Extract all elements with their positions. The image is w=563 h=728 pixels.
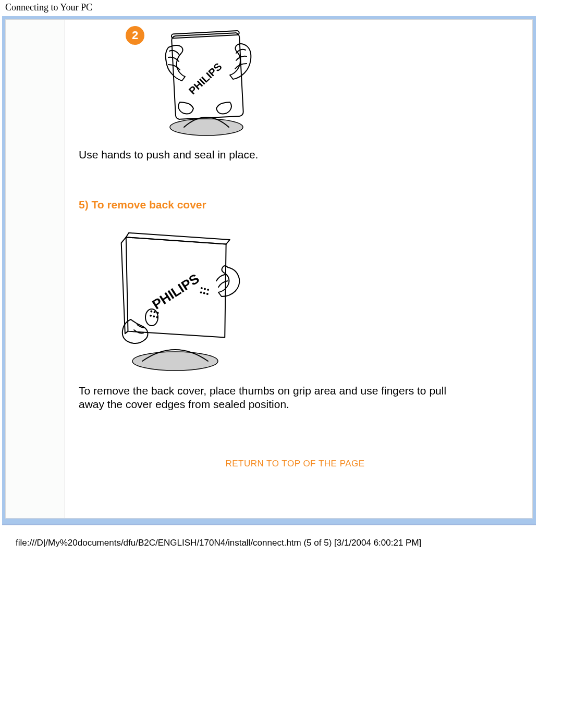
- illustration-remove-cover: PHILIPS: [100, 217, 256, 374]
- step-2-row: 2 PHILIPS: [79, 24, 511, 139]
- svg-point-6: [207, 288, 209, 290]
- section-5-heading: 5) To remove back cover: [79, 198, 511, 212]
- svg-point-11: [153, 311, 155, 313]
- brand-text-section5: PHILIPS: [149, 270, 202, 312]
- svg-point-5: [204, 288, 206, 290]
- svg-point-14: [153, 315, 155, 317]
- svg-point-13: [150, 314, 152, 316]
- svg-point-3: [132, 352, 218, 371]
- svg-point-8: [203, 292, 205, 294]
- return-to-top-link[interactable]: RETURN TO TOP OF THE PAGE: [79, 458, 511, 469]
- page-content: 2 PHILIPS: [74, 20, 532, 505]
- section-5-description: To remove the back cover, place thumbs o…: [79, 384, 464, 412]
- footer-file-path: file:///D|/My%20documents/dfu/B2C/ENGLIS…: [0, 525, 563, 552]
- illustration-seal-cover: PHILIPS: [148, 24, 267, 139]
- svg-point-0: [170, 119, 243, 135]
- svg-point-4: [201, 287, 203, 289]
- document-frame: 2 PHILIPS: [2, 16, 536, 525]
- step-2-badge: 2: [126, 26, 144, 45]
- brand-text-step2: PHILIPS: [187, 60, 224, 96]
- document-page: 2 PHILIPS: [5, 19, 533, 519]
- page-header-title: Connecting to Your PC: [0, 0, 563, 16]
- svg-point-9: [206, 292, 209, 294]
- step-2-caption: Use hands to push and seal in place.: [79, 148, 511, 162]
- left-margin-gutter: [6, 20, 65, 518]
- svg-point-7: [200, 291, 202, 293]
- svg-point-10: [150, 310, 152, 312]
